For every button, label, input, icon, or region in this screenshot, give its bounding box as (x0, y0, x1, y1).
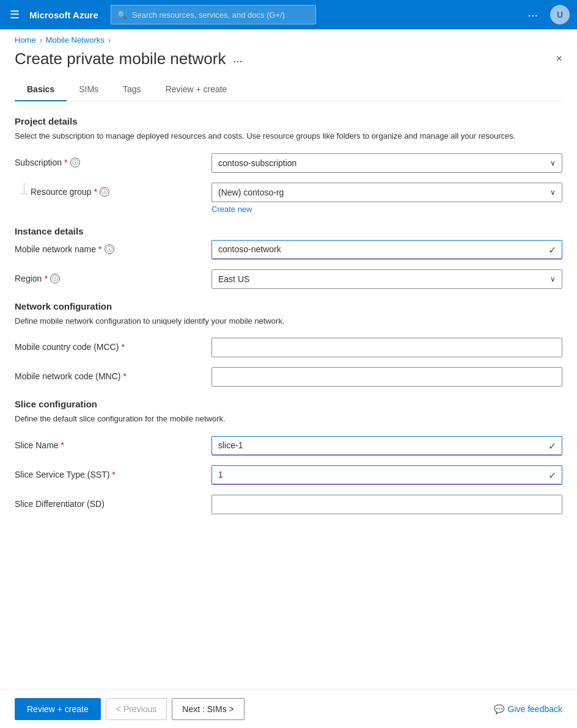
tab-tags[interactable]: Tags (111, 78, 153, 101)
resource-group-dropdown[interactable]: (New) contoso-rg ∨ (211, 183, 562, 202)
sd-label: Slice Differentiator (SD) (15, 499, 105, 509)
resource-group-row: Resource group * ⓘ (New) contoso-rg ∨ Cr… (15, 183, 562, 214)
sd-input[interactable] (211, 495, 562, 514)
subscription-required: * (64, 158, 67, 167)
sst-row: Slice Service Type (SST) * ✓ (15, 465, 562, 485)
previous-button[interactable]: < Previous (106, 698, 167, 720)
network-name-control: ✓ (211, 240, 562, 260)
mnc-label-col: Mobile network code (MNC) * (15, 367, 204, 381)
feedback-label: Give feedback (508, 704, 563, 714)
main-content: Basics SIMs Tags Review + create Project… (0, 78, 577, 689)
breadcrumb-mobile-networks[interactable]: Mobile Networks (46, 35, 105, 45)
close-button[interactable]: × (556, 53, 562, 65)
region-row: Region * ⓘ East US ∨ (15, 269, 562, 289)
subscription-row: Subscription * ⓘ contoso-subscription ∨ (15, 153, 562, 173)
next-button[interactable]: Next : SIMs > (172, 698, 244, 720)
sst-input-wrapper: ✓ (211, 465, 562, 485)
network-name-input-wrapper: ✓ (211, 240, 562, 260)
sd-label-col: Slice Differentiator (SD) (15, 495, 204, 509)
subscription-control: contoso-subscription ∨ (211, 153, 562, 173)
mcc-row: Mobile country code (MCC) * (15, 338, 562, 357)
slice-config-section: Slice configuration Define the default s… (15, 399, 562, 514)
page-title-bar: Create private mobile network ... × (0, 49, 577, 78)
sst-control: ✓ (211, 465, 562, 485)
search-icon: 🔍 (117, 10, 127, 20)
mnc-required: * (123, 371, 127, 381)
network-config-heading: Network configuration (15, 301, 562, 311)
azure-logo: Microsoft Azure (29, 10, 98, 20)
slice-config-heading: Slice configuration (15, 399, 562, 409)
region-dropdown-chevron: ∨ (550, 275, 556, 283)
tab-sims[interactable]: SIMs (67, 78, 111, 101)
feedback-icon: 💬 (494, 704, 504, 714)
network-config-desc: Define mobile network configuration to u… (15, 315, 562, 327)
sd-control (211, 495, 562, 514)
network-name-check-icon: ✓ (548, 244, 556, 255)
resource-group-required: * (94, 187, 97, 197)
sst-required: * (112, 470, 115, 479)
resource-group-dropdown-value: (New) contoso-rg (218, 187, 284, 197)
tab-bar: Basics SIMs Tags Review + create (15, 78, 562, 101)
project-details-heading: Project details (15, 116, 562, 126)
network-config-section: Network configuration Define mobile netw… (15, 301, 562, 387)
sd-row: Slice Differentiator (SD) (15, 495, 562, 514)
sst-label: Slice Service Type (SST) (15, 470, 109, 479)
network-name-row: Mobile network name * ⓘ ✓ (15, 240, 562, 260)
subscription-label: Subscription (15, 158, 62, 167)
project-details-desc: Select the subscription to manage deploy… (15, 130, 562, 142)
network-name-input[interactable] (211, 240, 562, 260)
tab-review-create[interactable]: Review + create (153, 78, 240, 101)
search-input[interactable] (132, 10, 309, 20)
slice-name-required: * (61, 440, 64, 450)
network-name-required: * (98, 244, 101, 254)
slice-name-control: ✓ (211, 436, 562, 456)
subscription-info-icon[interactable]: ⓘ (70, 158, 80, 167)
sst-input[interactable] (211, 465, 562, 485)
footer: Review + create < Previous Next : SIMs >… (0, 689, 577, 728)
breadcrumb-sep-2: › (108, 36, 111, 45)
subscription-dropdown[interactable]: contoso-subscription ∨ (211, 153, 562, 173)
page-options-button[interactable]: ... (233, 53, 242, 65)
breadcrumb-sep-1: › (40, 36, 42, 45)
resource-group-label: Resource group (31, 187, 92, 197)
more-options-button[interactable]: ··· (523, 5, 543, 24)
instance-details-heading: Instance details (15, 226, 562, 236)
network-name-label: Mobile network name (15, 244, 96, 254)
region-label-col: Region * ⓘ (15, 269, 204, 283)
region-control: East US ∨ (211, 269, 562, 289)
user-avatar[interactable]: U (550, 5, 570, 24)
create-new-link[interactable]: Create new (211, 205, 252, 214)
tab-basics[interactable]: Basics (15, 78, 67, 101)
slice-name-input[interactable] (211, 436, 562, 456)
breadcrumb-home[interactable]: Home (15, 35, 36, 45)
resource-group-dropdown-chevron: ∨ (550, 188, 556, 197)
resource-group-label-col: Resource group * ⓘ (15, 183, 204, 197)
subscription-dropdown-chevron: ∨ (550, 159, 556, 167)
subscription-dropdown-value: contoso-subscription (218, 158, 296, 168)
region-required: * (44, 274, 47, 283)
resource-group-control: (New) contoso-rg ∨ Create new (211, 183, 562, 214)
give-feedback-button[interactable]: 💬 Give feedback (494, 704, 563, 714)
search-bar[interactable]: 🔍 (111, 5, 316, 24)
mcc-input[interactable] (211, 338, 562, 357)
mnc-input[interactable] (211, 367, 562, 387)
mnc-row: Mobile network code (MNC) * (15, 367, 562, 387)
review-create-button[interactable]: Review + create (15, 698, 101, 720)
top-nav: ☰ Microsoft Azure 🔍 ··· U (0, 0, 577, 29)
mnc-control (211, 367, 562, 387)
breadcrumb: Home › Mobile Networks › (0, 29, 577, 49)
region-dropdown-value: East US (218, 274, 249, 284)
page-title: Create private mobile network (15, 49, 226, 68)
hamburger-menu[interactable]: ☰ (7, 5, 22, 24)
sst-check-icon: ✓ (548, 469, 556, 481)
sst-label-col: Slice Service Type (SST) * (15, 465, 204, 479)
subscription-label-col: Subscription * ⓘ (15, 153, 204, 167)
slice-name-check-icon: ✓ (548, 440, 556, 451)
network-name-info-icon[interactable]: ⓘ (105, 244, 114, 254)
slice-name-row: Slice Name * ✓ (15, 436, 562, 456)
region-dropdown[interactable]: East US ∨ (211, 269, 562, 289)
region-info-icon[interactable]: ⓘ (50, 274, 60, 283)
resource-group-info-icon[interactable]: ⓘ (100, 187, 109, 197)
slice-name-label: Slice Name (15, 440, 59, 450)
mnc-label: Mobile network code (MNC) (15, 371, 121, 381)
